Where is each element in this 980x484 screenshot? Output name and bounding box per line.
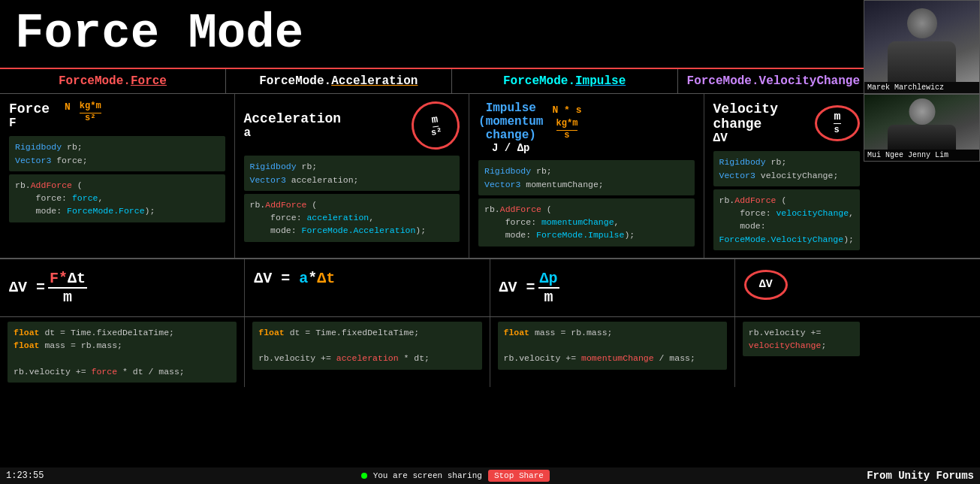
bot-code-accel: float dt = Time.fixedDeltaTime; rb.veloc… <box>245 317 490 387</box>
bot-code-vc: rb.velocity += velocityChange; <box>735 317 980 387</box>
bot-formula-vc: ΔV <box>735 259 980 316</box>
accel-code2: rb.AddForce ( force: acceleration, mode:… <box>244 194 460 242</box>
accel-var: a <box>244 126 342 140</box>
vc-circle-unit: m s <box>815 105 860 141</box>
vc-var: ΔV <box>713 132 806 145</box>
header-row: ForceMode.Force ForceMode.Acceleration F… <box>0 68 980 93</box>
bot-code-row: float dt = Time.fixedDeltaTime; float ma… <box>0 316 980 387</box>
status-bar: 1:23:55 You are screen sharing Stop Shar… <box>0 467 980 484</box>
screen-share-bar: You are screen sharing Stop Share <box>50 470 861 482</box>
force-code1: Rigidbody rb; Vector3 force; <box>9 136 225 171</box>
vc-label: Velocity change <box>713 101 806 132</box>
impulse-unit1: N * s <box>552 104 581 116</box>
vc-code2: rb.AddForce ( force: velocityChange, mod… <box>713 189 860 250</box>
delta-v-circle: ΔV <box>744 270 788 300</box>
accel-label: Acceleration <box>244 111 342 126</box>
bot-code-force: float dt = Time.fixedDeltaTime; float ma… <box>0 317 245 387</box>
webcam-label-1: Marek Marchlewicz <box>864 82 979 93</box>
force-unit-frac: kg*m s² <box>80 101 101 123</box>
screen-share-text: You are screen sharing <box>373 471 482 480</box>
formula-section: Force F N kg*m s² Rigidbody rb; Vector3 … <box>0 93 980 258</box>
header-main-impulse: Impulse <box>575 74 626 88</box>
header-cell-acceleration: ForceMode.Acceleration <box>226 69 452 93</box>
time-display: 1:23:55 <box>6 470 44 481</box>
impulse-label2: J / Δp <box>478 142 543 154</box>
formula-cell-accel: Acceleration a m s² Rigidbody rb; Vector… <box>235 94 470 258</box>
impulse-code1: Rigidbody rb; Vector3 momentumChange; <box>478 160 695 195</box>
force-unit1: N <box>65 101 71 113</box>
webcam-panel-2: Mui Ngee Jenny Lim <box>864 94 980 162</box>
accel-circle-unit: m s² <box>409 98 463 153</box>
formula-cell-impulse: Impulse(momentumchange) J / Δp N * s kg*… <box>469 94 704 258</box>
stop-share-button[interactable]: Stop Share <box>488 470 550 482</box>
green-dot-icon <box>361 473 367 479</box>
webcam-label-2: Mui Ngee Jenny Lim <box>864 150 979 161</box>
force-label: Force <box>9 101 50 116</box>
from-unity-text: From Unity Forums <box>867 470 974 482</box>
bot-formula-impulse: ΔV = Δp m <box>490 259 735 316</box>
header-main-force: Force <box>131 74 167 88</box>
header-prefix-accel: ForceMode. <box>259 74 331 88</box>
bot-code-impulse: float mass = rb.mass; rb.velocity += mom… <box>490 317 735 387</box>
webcam-video-1 <box>864 1 979 82</box>
impulse-unit-frac: kg*m s <box>556 119 578 140</box>
bot-formula-row: ΔV = F*Δt m ΔV = a*Δt ΔV = Δp m <box>0 259 980 316</box>
formula-cell-force: Force F N kg*m s² Rigidbody rb; Vector3 … <box>0 94 235 258</box>
header-main-accel: Acceleration <box>331 74 418 88</box>
header-main-vc: VelocityChange <box>759 74 860 88</box>
header-prefix-impulse: ForceMode. <box>503 74 575 88</box>
webcam-video-2 <box>864 95 979 150</box>
force-var: F <box>9 116 50 130</box>
impulse-code2: rb.AddForce ( force: momentumChange, mod… <box>478 198 695 247</box>
header-cell-force: ForceMode.Force <box>0 69 226 93</box>
page-title: Force Mode <box>0 0 980 68</box>
accel-code1: Rigidbody rb; Vector3 acceleration; <box>244 156 460 191</box>
header-prefix-vc: ForceMode. <box>687 74 759 88</box>
force-code2: rb.AddForce ( force: force, mode: ForceM… <box>9 174 225 222</box>
webcam-panel-1: Marek Marchlewicz <box>864 0 980 94</box>
vc-code1: Rigidbody rb; Vector3 velocityChange; <box>713 151 860 186</box>
header-prefix-force: ForceMode. <box>59 74 131 88</box>
impulse-label: Impulse(momentumchange) <box>478 101 543 142</box>
bot-formula-accel: ΔV = a*Δt <box>245 259 490 316</box>
bottom-section: ΔV = F*Δt m ΔV = a*Δt ΔV = Δp m <box>0 258 980 387</box>
bot-formula-force: ΔV = F*Δt m <box>0 259 245 316</box>
header-cell-impulse: ForceMode.Impulse <box>452 69 678 93</box>
